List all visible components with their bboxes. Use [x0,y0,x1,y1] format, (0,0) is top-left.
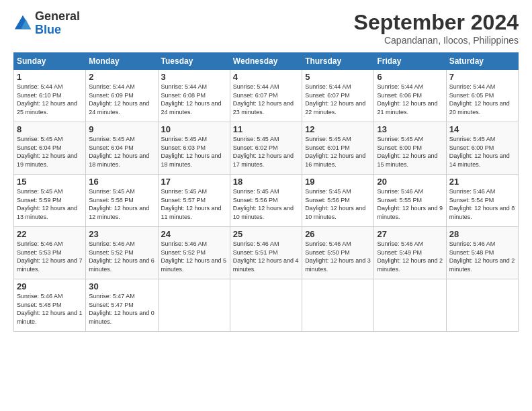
calendar-cell: 23 Sunrise: 5:46 AMSunset: 5:52 PMDaylig… [86,227,158,279]
day-number: 7 [449,72,515,82]
day-info: Sunrise: 5:46 AMSunset: 5:54 PMDaylight:… [449,188,515,220]
day-info: Sunrise: 5:45 AMSunset: 6:02 PMDaylight:… [233,136,294,168]
location: Capandanan, Ilocos, Philippines [354,35,519,46]
col-tuesday: Tuesday [158,53,230,70]
table-row: 22 Sunrise: 5:46 AMSunset: 5:53 PMDaylig… [14,227,519,279]
day-info: Sunrise: 5:47 AMSunset: 5:47 PMDaylight:… [89,293,154,325]
day-info: Sunrise: 5:46 AMSunset: 5:50 PMDaylight:… [305,240,371,273]
calendar-cell: 28 Sunrise: 5:46 AMSunset: 5:48 PMDaylig… [446,227,518,279]
day-number: 12 [305,124,371,134]
day-info: Sunrise: 5:45 AMSunset: 6:03 PMDaylight:… [161,136,222,168]
day-info: Sunrise: 5:44 AMSunset: 6:08 PMDaylight:… [161,83,222,116]
day-number: 1 [17,72,83,82]
day-number: 18 [233,177,299,187]
calendar-cell: 1 Sunrise: 5:44 AMSunset: 6:10 PMDayligh… [14,70,86,122]
calendar-cell: 21 Sunrise: 5:46 AMSunset: 5:54 PMDaylig… [446,175,518,227]
day-number: 6 [377,72,443,82]
calendar-cell: 29 Sunrise: 5:46 AMSunset: 5:48 PMDaylig… [14,279,86,332]
calendar-cell: 3 Sunrise: 5:44 AMSunset: 6:08 PMDayligh… [158,70,230,122]
day-number: 26 [305,229,371,239]
day-number: 22 [17,229,83,239]
table-row: 1 Sunrise: 5:44 AMSunset: 6:10 PMDayligh… [14,70,519,122]
day-info: Sunrise: 5:44 AMSunset: 6:09 PMDaylight:… [89,83,149,116]
col-thursday: Thursday [302,53,374,70]
day-number: 5 [305,72,371,82]
day-info: Sunrise: 5:45 AMSunset: 6:00 PMDaylight:… [377,136,437,168]
logo-icon [13,14,32,33]
calendar-cell: 19 Sunrise: 5:45 AMSunset: 5:56 PMDaylig… [302,175,374,227]
logo-general: General [35,9,80,23]
logo: General Blue [13,10,80,37]
day-number: 14 [449,124,515,134]
day-number: 23 [89,229,154,239]
day-number: 27 [377,229,443,239]
day-number: 3 [161,72,227,82]
day-number: 30 [89,281,154,291]
title-block: September 2024 Capandanan, Ilocos, Phili… [354,10,519,46]
day-info: Sunrise: 5:45 AMSunset: 6:04 PMDaylight:… [17,136,77,168]
day-number: 10 [161,124,227,134]
logo-blue: Blue [35,23,61,36]
day-info: Sunrise: 5:46 AMSunset: 5:48 PMDaylight:… [17,293,83,325]
day-number: 20 [377,177,443,187]
day-info: Sunrise: 5:45 AMSunset: 5:58 PMDaylight:… [89,188,149,220]
calendar-cell: 26 Sunrise: 5:46 AMSunset: 5:50 PMDaylig… [302,227,374,279]
calendar-cell [302,279,374,332]
calendar-cell: 11 Sunrise: 5:45 AMSunset: 6:02 PMDaylig… [230,122,302,175]
day-number: 8 [17,124,83,134]
calendar-cell: 9 Sunrise: 5:45 AMSunset: 6:04 PMDayligh… [86,122,158,175]
day-number: 17 [161,177,227,187]
logo-text: General Blue [35,10,80,37]
day-number: 21 [449,177,515,187]
calendar-cell: 24 Sunrise: 5:46 AMSunset: 5:52 PMDaylig… [158,227,230,279]
calendar-cell: 7 Sunrise: 5:44 AMSunset: 6:05 PMDayligh… [446,70,518,122]
calendar-cell: 20 Sunrise: 5:46 AMSunset: 5:55 PMDaylig… [374,175,446,227]
calendar-cell: 22 Sunrise: 5:46 AMSunset: 5:53 PMDaylig… [14,227,86,279]
calendar-cell [230,279,302,332]
calendar-cell: 2 Sunrise: 5:44 AMSunset: 6:09 PMDayligh… [86,70,158,122]
calendar-cell: 12 Sunrise: 5:45 AMSunset: 6:01 PMDaylig… [302,122,374,175]
calendar-cell: 17 Sunrise: 5:45 AMSunset: 5:57 PMDaylig… [158,175,230,227]
calendar-cell: 10 Sunrise: 5:45 AMSunset: 6:03 PMDaylig… [158,122,230,175]
col-saturday: Saturday [446,53,518,70]
calendar-cell [374,279,446,332]
day-info: Sunrise: 5:44 AMSunset: 6:05 PMDaylight:… [449,83,510,116]
day-info: Sunrise: 5:44 AMSunset: 6:10 PMDaylight:… [17,83,77,116]
col-monday: Monday [86,53,158,70]
calendar-cell: 6 Sunrise: 5:44 AMSunset: 6:06 PMDayligh… [374,70,446,122]
table-row: 8 Sunrise: 5:45 AMSunset: 6:04 PMDayligh… [14,122,519,175]
day-number: 24 [161,229,227,239]
day-info: Sunrise: 5:45 AMSunset: 6:00 PMDaylight:… [449,136,510,168]
col-friday: Friday [374,53,446,70]
col-sunday: Sunday [14,53,86,70]
calendar-cell: 5 Sunrise: 5:44 AMSunset: 6:07 PMDayligh… [302,70,374,122]
calendar-cell: 25 Sunrise: 5:46 AMSunset: 5:51 PMDaylig… [230,227,302,279]
day-info: Sunrise: 5:44 AMSunset: 6:06 PMDaylight:… [377,83,437,116]
day-info: Sunrise: 5:45 AMSunset: 5:56 PMDaylight:… [305,188,365,220]
day-number: 25 [233,229,299,239]
day-info: Sunrise: 5:45 AMSunset: 5:57 PMDaylight:… [161,188,222,220]
day-number: 16 [89,177,154,187]
calendar-cell: 27 Sunrise: 5:46 AMSunset: 5:49 PMDaylig… [374,227,446,279]
day-info: Sunrise: 5:45 AMSunset: 6:01 PMDaylight:… [305,136,365,168]
day-number: 11 [233,124,299,134]
day-number: 9 [89,124,154,134]
table-row: 15 Sunrise: 5:45 AMSunset: 5:59 PMDaylig… [14,175,519,227]
calendar-cell: 13 Sunrise: 5:45 AMSunset: 6:00 PMDaylig… [374,122,446,175]
header-row: Sunday Monday Tuesday Wednesday Thursday… [14,53,519,70]
calendar-cell: 4 Sunrise: 5:44 AMSunset: 6:07 PMDayligh… [230,70,302,122]
day-number: 4 [233,72,299,82]
table-row: 29 Sunrise: 5:46 AMSunset: 5:48 PMDaylig… [14,279,519,332]
day-info: Sunrise: 5:46 AMSunset: 5:53 PMDaylight:… [17,240,83,273]
header: General Blue September 2024 Capandanan, … [13,10,519,46]
calendar-cell [446,279,518,332]
page: General Blue September 2024 Capandanan, … [0,0,532,411]
calendar-cell: 8 Sunrise: 5:45 AMSunset: 6:04 PMDayligh… [14,122,86,175]
calendar-cell: 14 Sunrise: 5:45 AMSunset: 6:00 PMDaylig… [446,122,518,175]
calendar-cell: 18 Sunrise: 5:45 AMSunset: 5:56 PMDaylig… [230,175,302,227]
calendar-cell: 15 Sunrise: 5:45 AMSunset: 5:59 PMDaylig… [14,175,86,227]
day-number: 15 [17,177,83,187]
day-number: 13 [377,124,443,134]
day-info: Sunrise: 5:44 AMSunset: 6:07 PMDaylight:… [305,83,365,116]
day-number: 29 [17,281,83,291]
